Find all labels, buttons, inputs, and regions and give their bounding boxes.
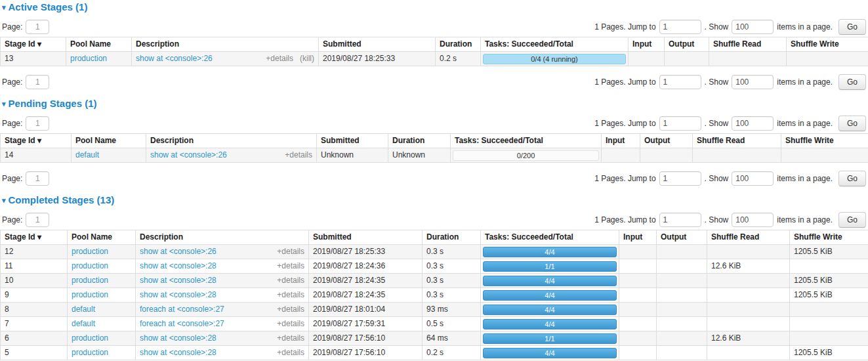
cell-output xyxy=(657,288,707,303)
column-header-stage-id[interactable]: Stage Id ▾ xyxy=(1,134,72,148)
page-input[interactable] xyxy=(26,213,49,227)
description-link[interactable]: show at <console>:28 xyxy=(140,276,217,286)
section-title-pending-stages[interactable]: ▾Pending Stages (1) xyxy=(2,98,868,109)
details-link[interactable]: +details xyxy=(277,247,304,257)
column-header-input[interactable]: Input xyxy=(602,134,640,148)
section-title-active-stages[interactable]: ▾Active Stages (1) xyxy=(2,1,868,12)
column-header-submitted[interactable]: Submitted xyxy=(309,230,423,245)
details-link[interactable]: +details xyxy=(277,276,304,286)
description-link[interactable]: foreach at <console>:27 xyxy=(140,319,224,329)
details-link[interactable]: +details xyxy=(277,348,304,358)
details-link[interactable]: +details xyxy=(285,150,312,160)
stages-table-completed: Stage Id ▾Pool NameDescriptionSubmittedD… xyxy=(0,230,868,360)
section-title-completed-stages[interactable]: ▾Completed Stages (13) xyxy=(2,194,868,205)
column-header-description[interactable]: Description xyxy=(132,37,319,52)
pool-name-link[interactable]: default xyxy=(72,305,95,314)
column-header-pool-name[interactable]: Pool Name xyxy=(68,230,136,245)
column-header-submitted[interactable]: Submitted xyxy=(317,134,388,148)
cell-submitted: 2019/08/27 18:24:35 xyxy=(309,274,423,288)
go-button[interactable]: Go xyxy=(838,116,866,131)
column-header-duration[interactable]: Duration xyxy=(436,37,481,52)
section-title-label: Active Stages (1) xyxy=(9,1,88,12)
column-header-shuffle-write[interactable]: Shuffle Write xyxy=(781,134,868,148)
cell-pool-name: default xyxy=(72,148,146,163)
items-per-page-input[interactable] xyxy=(732,171,774,186)
column-header-input[interactable]: Input xyxy=(619,230,657,245)
details-link[interactable]: +details xyxy=(266,54,293,64)
jump-to-page-input[interactable] xyxy=(659,20,701,34)
go-button[interactable]: Go xyxy=(838,74,866,90)
go-button[interactable]: Go xyxy=(838,171,866,186)
pool-name-link[interactable]: production xyxy=(72,276,108,285)
column-header-shuffle-read[interactable]: Shuffle Read xyxy=(693,134,781,148)
details-link[interactable]: +details xyxy=(277,305,304,314)
column-header-stage-id[interactable]: Stage Id ▾ xyxy=(1,37,66,52)
table-row: 8defaultforeach at <console>:27+details2… xyxy=(1,303,868,317)
pool-name-link[interactable]: production xyxy=(72,261,108,270)
column-header-pool-name[interactable]: Pool Name xyxy=(72,134,146,148)
page-input[interactable] xyxy=(26,20,49,34)
cell-pool-name: default xyxy=(68,317,136,331)
kill-link[interactable]: (kill) xyxy=(300,54,314,64)
column-header-input[interactable]: Input xyxy=(629,37,665,52)
description-link[interactable]: show at <console>:28 xyxy=(140,348,217,358)
description-link[interactable]: foreach at <console>:27 xyxy=(140,305,224,314)
items-per-page-input[interactable] xyxy=(732,213,774,227)
page-input[interactable] xyxy=(26,171,49,186)
pool-name-link[interactable]: production xyxy=(72,290,108,299)
items-per-page-input[interactable] xyxy=(732,75,774,89)
column-header-duration[interactable]: Duration xyxy=(388,134,451,148)
cell-input xyxy=(619,317,657,331)
details-link[interactable]: +details xyxy=(277,333,304,343)
pool-name-link[interactable]: production xyxy=(72,247,108,256)
column-header-shuffle-write[interactable]: Shuffle Write xyxy=(790,230,868,245)
cell-description: show at <console>:28+details xyxy=(136,331,309,346)
column-header-shuffle-write[interactable]: Shuffle Write xyxy=(787,37,868,52)
details-link[interactable]: +details xyxy=(277,261,304,271)
description-link[interactable]: show at <console>:26 xyxy=(150,150,227,160)
description-link[interactable]: show at <console>:26 xyxy=(140,247,217,257)
cell-description: show at <console>:28+details xyxy=(136,288,309,303)
jump-to-page-input[interactable] xyxy=(659,75,701,89)
page-input[interactable] xyxy=(26,75,49,89)
column-header-duration[interactable]: Duration xyxy=(423,230,481,245)
column-header-tasks-succeeded-total[interactable]: Tasks: Succeeded/Total xyxy=(481,37,629,52)
cell-tasks: 1/1 xyxy=(481,259,619,274)
cell-duration: 0.5 s xyxy=(423,317,481,331)
column-header-pool-name[interactable]: Pool Name xyxy=(66,37,132,52)
column-header-tasks-succeeded-total[interactable]: Tasks: Succeeded/Total xyxy=(451,134,602,148)
items-per-page-input[interactable] xyxy=(732,116,774,131)
go-button[interactable]: Go xyxy=(838,212,866,228)
column-header-output[interactable]: Output xyxy=(640,134,693,148)
column-header-submitted[interactable]: Submitted xyxy=(319,37,436,52)
cell-tasks: 4/4 xyxy=(481,346,619,360)
description-link[interactable]: show at <console>:26 xyxy=(136,54,213,64)
column-header-shuffle-read[interactable]: Shuffle Read xyxy=(709,37,787,52)
pool-name-link[interactable]: production xyxy=(72,348,108,357)
column-header-description[interactable]: Description xyxy=(136,230,309,245)
column-header-shuffle-read[interactable]: Shuffle Read xyxy=(707,230,790,245)
description-link[interactable]: show at <console>:28 xyxy=(140,290,217,300)
show-label: . Show xyxy=(705,174,729,183)
go-button[interactable]: Go xyxy=(838,19,866,35)
items-per-page-input[interactable] xyxy=(732,20,774,34)
pool-name-link[interactable]: default xyxy=(75,150,99,159)
column-header-output[interactable]: Output xyxy=(665,37,709,52)
jump-to-page-input[interactable] xyxy=(659,171,701,186)
page-input[interactable] xyxy=(26,116,49,131)
jump-to-page-input[interactable] xyxy=(659,213,701,227)
column-header-tasks-succeeded-total[interactable]: Tasks: Succeeded/Total xyxy=(481,230,619,245)
cell-duration: 64 ms xyxy=(423,331,481,346)
pool-name-link[interactable]: default xyxy=(72,319,95,328)
column-header-output[interactable]: Output xyxy=(657,230,707,245)
column-header-description[interactable]: Description xyxy=(146,134,317,148)
description-link[interactable]: show at <console>:28 xyxy=(140,333,217,343)
pool-name-link[interactable]: production xyxy=(72,333,108,343)
cell-duration: 0.3 s xyxy=(423,274,481,288)
description-link[interactable]: show at <console>:28 xyxy=(140,261,217,271)
jump-to-page-input[interactable] xyxy=(659,116,701,131)
pool-name-link[interactable]: production xyxy=(70,54,107,63)
details-link[interactable]: +details xyxy=(277,290,304,300)
details-link[interactable]: +details xyxy=(277,319,304,329)
column-header-stage-id[interactable]: Stage Id ▾ xyxy=(1,230,68,245)
